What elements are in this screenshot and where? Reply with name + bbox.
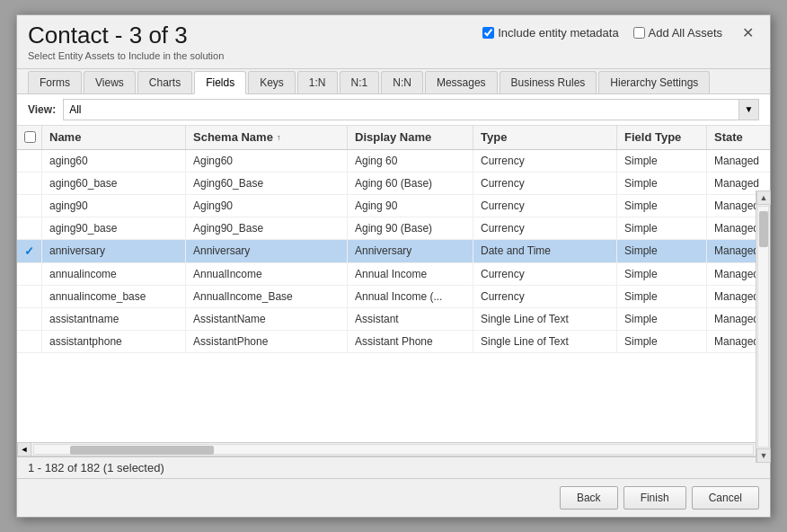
cell-field_type: Simple [617,195,707,217]
row-check[interactable] [17,173,42,194]
cell-field_type: Simple [617,331,707,352]
col-state[interactable]: State [707,126,770,149]
table-row[interactable]: assistantnameAssistantNameAssistantSingl… [17,308,770,331]
tab-1n[interactable]: 1:N [297,71,338,93]
table-body: aging60Aging60Aging 60CurrencySimpleMana… [17,150,770,442]
view-select[interactable]: All ▼ [63,99,759,120]
tab-business-rules[interactable]: Business Rules [500,71,597,93]
cell-type: Currency [473,173,617,194]
col-display-name[interactable]: Display Name [348,126,473,149]
cell-display_name: Assistant Phone [348,331,473,352]
tab-keys[interactable]: Keys [248,71,296,93]
cell-display_name: Aging 60 [348,150,473,172]
tab-n1[interactable]: N:1 [340,71,380,93]
cell-name: aging60 [42,150,186,172]
cell-type: Currency [473,286,617,307]
table-row[interactable]: assistantphoneAssistantPhoneAssistant Ph… [17,331,770,353]
table-row[interactable]: ✓anniversaryAnniversaryAnniversaryDate a… [17,240,770,263]
table-row[interactable]: annualincome_baseAnnualIncome_BaseAnnual… [17,286,770,308]
cell-display_name: Annual Income (... [348,286,473,307]
tab-forms[interactable]: Forms [28,71,82,93]
back-button[interactable]: Back [560,486,618,510]
scroll-down-btn[interactable]: ▼ [756,448,771,463]
row-check[interactable] [17,150,42,172]
cell-type: Single Line of Text [473,308,617,330]
row-check[interactable] [17,195,42,217]
cell-type: Currency [473,217,617,239]
finish-button[interactable]: Finish [623,486,686,510]
row-check[interactable] [17,331,42,352]
tab-fields[interactable]: Fields [194,71,246,94]
tabs-bar: Forms Views Charts Fields Keys 1:N N:1 N… [17,69,770,94]
cell-display_name: Aging 90 [348,195,473,217]
data-table: Name Schema Name ↑ Display Name Type Fie… [17,126,770,457]
scroll-up-btn[interactable]: ▲ [756,191,771,205]
cell-field_type: Simple [617,263,707,285]
vertical-scrollbar[interactable]: ▲ ▼ [756,191,770,463]
cell-field_type: Simple [617,217,707,239]
footer: Back Finish Cancel [17,478,770,517]
add-all-assets-input[interactable] [633,27,645,39]
check-mark: ✓ [24,244,34,258]
cell-type: Date and Time [473,240,617,262]
cell-type: Currency [473,195,617,217]
title-bar: Contact - 3 of 3 Select Entity Assets to… [17,15,770,69]
table-row[interactable]: aging90_baseAging90_BaseAging 90 (Base)C… [17,217,770,240]
table-row[interactable]: aging90Aging90Aging 90CurrencySimpleMana… [17,195,770,217]
status-text: 1 - 182 of 182 (1 selected) [28,461,164,474]
view-dropdown-btn[interactable]: ▼ [738,100,758,120]
tab-hierarchy-settings[interactable]: Hierarchy Settings [598,71,710,93]
cell-field_type: Simple [617,240,707,262]
cell-name: annualincome [42,263,186,285]
row-check[interactable] [17,263,42,285]
cell-schema_name: AnnualIncome_Base [186,286,348,307]
col-schema-name[interactable]: Schema Name ↑ [186,126,348,149]
cell-name: aging90_base [42,217,186,239]
row-check[interactable]: ✓ [17,240,42,262]
tab-nn[interactable]: N:N [381,71,423,93]
cell-type: Currency [473,150,617,172]
cell-field_type: Simple [617,286,707,307]
cell-type: Single Line of Text [473,331,617,352]
cancel-button[interactable]: Cancel [692,486,759,510]
cell-display_name: Aging 60 (Base) [348,173,473,194]
tab-charts[interactable]: Charts [137,71,192,93]
col-check [17,126,42,149]
col-name[interactable]: Name [42,126,186,149]
table-row[interactable]: annualincomeAnnualIncomeAnnual IncomeCur… [17,263,770,286]
col-field-type[interactable]: Field Type [617,126,707,149]
cell-name: assistantphone [42,331,186,352]
dialog-title: Contact - 3 of 3 [28,22,224,49]
tab-messages[interactable]: Messages [425,71,498,93]
cell-display_name: Aging 90 (Base) [348,217,473,239]
cell-state: Managed [707,150,770,172]
status-bar: 1 - 182 of 182 (1 selected) [17,457,770,478]
select-all-checkbox[interactable] [24,131,36,143]
row-check[interactable] [17,286,42,307]
horiz-scroll-thumb[interactable] [70,446,214,455]
cell-name: assistantname [42,308,186,330]
scroll-track[interactable] [757,206,769,448]
col-type[interactable]: Type [473,126,617,149]
cell-schema_name: Aging60_Base [186,173,348,194]
add-all-assets-checkbox[interactable]: Add All Assets [633,26,722,40]
cell-name: annualincome_base [42,286,186,307]
tab-views[interactable]: Views [84,71,136,93]
scroll-thumb[interactable] [759,211,768,247]
row-check[interactable] [17,217,42,239]
view-label: View: [28,103,56,116]
include-metadata-input[interactable] [482,27,494,39]
cell-schema_name: Anniversary [186,240,348,262]
horiz-scroll-track[interactable] [33,444,754,455]
cell-schema_name: Aging90 [186,195,348,217]
row-check[interactable] [17,308,42,330]
table-row[interactable]: aging60Aging60Aging 60CurrencySimpleMana… [17,150,770,173]
horizontal-scrollbar[interactable]: ◄ ► [17,442,770,457]
table-row[interactable]: aging60_baseAging60_BaseAging 60 (Base)C… [17,173,770,195]
cell-display_name: Assistant [348,308,473,330]
cell-schema_name: AnnualIncome [186,263,348,285]
scroll-left-btn[interactable]: ◄ [17,442,31,457]
cell-name: aging60_base [42,173,186,194]
include-metadata-checkbox[interactable]: Include entity metadata [482,26,618,40]
close-button[interactable]: ✕ [737,22,759,43]
